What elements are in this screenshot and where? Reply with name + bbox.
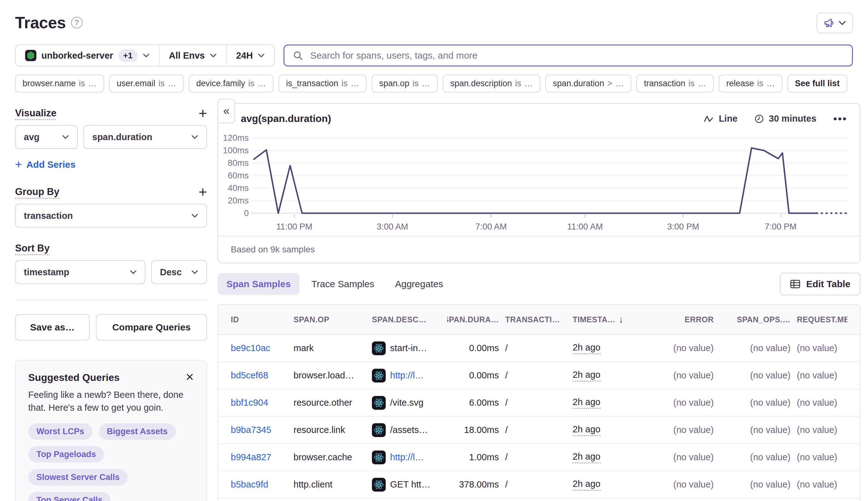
column-header-id[interactable]: ID: [231, 315, 287, 324]
timestamp-value[interactable]: 2h ago: [573, 451, 601, 463]
span-description-text[interactable]: http://l…: [390, 452, 424, 462]
chart-type-selector[interactable]: Line: [704, 114, 738, 124]
column-header-duration[interactable]: SPAN.DURA…: [447, 315, 499, 324]
search-input[interactable]: [309, 50, 844, 61]
suggested-query-pill[interactable]: Top Pageloads: [28, 446, 104, 463]
whats-new-button[interactable]: [817, 12, 853, 33]
column-header-error[interactable]: ERROR: [645, 315, 714, 324]
tab-aggregates[interactable]: Aggregates: [387, 273, 452, 295]
suggested-query-pill[interactable]: Slowest Server Calls: [28, 469, 128, 486]
filter-chip[interactable]: user.emailis…: [109, 75, 184, 93]
cell-span-description[interactable]: /assets…: [372, 423, 441, 437]
cell-span-id[interactable]: be9c10ac: [231, 343, 287, 353]
project-selector[interactable]: unborked-server +1: [16, 45, 159, 66]
content: Visualize + avg span.duration + Add Seri…: [0, 103, 868, 501]
visualize-heading: Visualize: [15, 108, 56, 119]
timestamp-value[interactable]: 2h ago: [573, 397, 601, 409]
cell-error: (no value): [645, 343, 714, 353]
cell-request-method: (no value): [797, 479, 847, 490]
chart-interval-selector[interactable]: 30 minutes: [754, 114, 817, 124]
search-icon: [293, 50, 303, 61]
metric-select[interactable]: span.duration: [83, 125, 207, 149]
page-filter-bar: unborked-server +1 All Envs 24H: [15, 44, 275, 66]
time-range-selector[interactable]: 24H: [226, 45, 274, 66]
filter-bar: unborked-server +1 All Envs 24H: [15, 44, 853, 66]
timestamp-value[interactable]: 2h ago: [573, 370, 601, 382]
span-description-text[interactable]: http://l…: [390, 370, 424, 381]
span-description-text: GET htt…: [390, 479, 430, 490]
cell-span-id[interactable]: b5bac9fd: [231, 479, 287, 490]
sort-descending-icon[interactable]: ↓: [619, 314, 624, 325]
suggested-queries-title: Suggested Queries: [28, 372, 120, 383]
timestamp-value[interactable]: 2h ago: [573, 479, 601, 491]
cell-span-id[interactable]: bbf1c904: [231, 397, 287, 408]
chart-plot-area[interactable]: 020ms40ms60ms80ms100ms120ms11:00 PM3:00 …: [218, 126, 860, 236]
filter-chip[interactable]: is_transactionis…: [278, 75, 367, 93]
table-row: b994a827browser.cachehttp://l…1.00ms/2h …: [218, 444, 860, 471]
close-icon[interactable]: ×: [186, 372, 194, 382]
column-header-timestamp[interactable]: TIMESTA…↓: [573, 314, 638, 325]
cell-timestamp[interactable]: 2h ago: [573, 370, 638, 382]
filter-chip[interactable]: transactionis…: [636, 75, 714, 93]
sort-field-select[interactable]: timestamp: [15, 260, 146, 284]
cell-span-id[interactable]: b994a827: [231, 452, 287, 462]
table-body: be9c10acmarkstart-in…0.00ms/2h ago(no va…: [218, 335, 860, 501]
filter-chip-field: is_transaction: [286, 79, 338, 88]
filter-chip[interactable]: span.duration>…: [545, 75, 631, 93]
column-header-description[interactable]: SPAN.DESC…: [372, 315, 441, 324]
filter-chip[interactable]: span.descriptionis…: [443, 75, 540, 93]
suggested-query-pill[interactable]: Top Server Calls: [28, 492, 111, 501]
span-duration-line-chart[interactable]: 020ms40ms60ms80ms100ms120ms11:00 PM3:00 …: [221, 128, 857, 235]
help-icon[interactable]: ?: [71, 17, 83, 29]
cell-span-description[interactable]: start-in…: [372, 341, 441, 355]
cell-span-ops: (no value): [720, 452, 791, 462]
search-bar[interactable]: [284, 44, 853, 66]
tab-span-samples[interactable]: Span Samples: [218, 273, 299, 295]
page-header: Traces ?: [0, 0, 868, 32]
cell-span-op: browser.cache: [294, 452, 366, 462]
edit-table-button[interactable]: Edit Table: [780, 273, 860, 295]
sort-direction-select[interactable]: Desc: [151, 260, 207, 284]
timestamp-value[interactable]: 2h ago: [573, 342, 601, 354]
filter-chip[interactable]: browser.nameis…: [15, 75, 104, 93]
see-full-list-chip[interactable]: See full list: [787, 75, 847, 93]
cell-timestamp[interactable]: 2h ago: [573, 342, 638, 354]
filter-chip-value: …: [524, 79, 533, 88]
add-visualize-button[interactable]: +: [199, 108, 207, 118]
tab-trace-samples[interactable]: Trace Samples: [303, 273, 383, 295]
chevron-down-icon: [143, 53, 150, 58]
environment-selector[interactable]: All Envs: [159, 45, 226, 66]
collapse-sidebar-button[interactable]: «: [218, 99, 235, 123]
chart-more-options-button[interactable]: •••: [833, 113, 847, 125]
cell-span-description[interactable]: /vite.svg: [372, 396, 441, 410]
filter-chip[interactable]: span.opis…: [372, 75, 438, 93]
cell-span-description[interactable]: GET htt…: [372, 478, 441, 492]
cell-span-description[interactable]: http://l…: [372, 450, 441, 464]
filter-chip-operator: is: [158, 79, 165, 88]
suggested-query-pill[interactable]: Biggest Assets: [99, 423, 176, 440]
cell-timestamp[interactable]: 2h ago: [573, 451, 638, 463]
cell-span-id[interactable]: b9ba7345: [231, 425, 287, 435]
add-series-button[interactable]: + Add Series: [15, 158, 207, 171]
cell-span-id[interactable]: bd5cef68: [231, 370, 287, 381]
cell-span-description[interactable]: http://l…: [372, 369, 441, 383]
aggregate-select[interactable]: avg: [15, 125, 78, 149]
cell-timestamp[interactable]: 2h ago: [573, 479, 638, 491]
column-header-transaction[interactable]: TRANSACTI…: [505, 315, 566, 324]
group-by-select[interactable]: transaction: [15, 204, 207, 227]
filter-chip[interactable]: device.familyis…: [189, 75, 274, 93]
add-group-by-button[interactable]: +: [199, 187, 207, 197]
save-as-button[interactable]: Save as…: [15, 314, 90, 340]
compare-queries-button[interactable]: Compare Queries: [96, 314, 207, 340]
filter-chip[interactable]: releaseis…: [719, 75, 782, 93]
filter-chip-value: …: [615, 79, 624, 88]
cell-timestamp[interactable]: 2h ago: [573, 424, 638, 436]
column-header-span_ops[interactable]: SPAN_OPS.…: [720, 315, 791, 324]
filter-chip-value: …: [257, 79, 266, 88]
table-row: b9ba7345resource.link/assets…18.00ms/2h …: [218, 417, 860, 444]
suggested-query-pill[interactable]: Worst LCPs: [28, 423, 93, 440]
cell-timestamp[interactable]: 2h ago: [573, 397, 638, 409]
column-header-op[interactable]: SPAN.OP: [294, 315, 366, 324]
timestamp-value[interactable]: 2h ago: [573, 424, 601, 436]
column-header-request_method[interactable]: REQUEST.ME…: [797, 315, 847, 324]
